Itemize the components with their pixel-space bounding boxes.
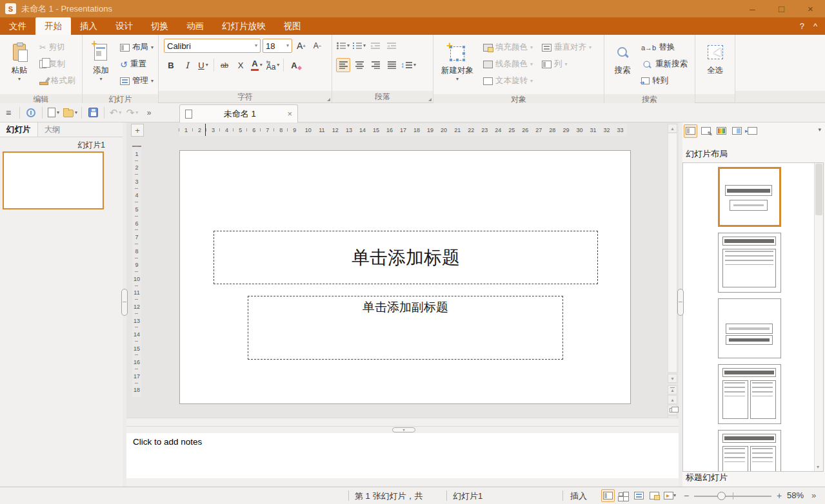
dialog-launcher-icon[interactable] bbox=[327, 98, 330, 101]
panel-menu-icon[interactable]: ▾ bbox=[818, 126, 821, 133]
slide-sorter-button[interactable] bbox=[617, 489, 630, 502]
columns-button[interactable]: 列▾ bbox=[540, 57, 593, 72]
slide-overview-button[interactable] bbox=[668, 405, 677, 415]
transition-tab[interactable] bbox=[746, 124, 759, 138]
add-slide-button[interactable]: 添加 ▾ bbox=[85, 39, 117, 93]
effects-tab[interactable] bbox=[777, 124, 790, 138]
copy-button[interactable]: 复制 bbox=[37, 57, 77, 72]
increase-font-button[interactable]: A+ bbox=[294, 39, 308, 53]
slide-design-tab[interactable] bbox=[699, 124, 713, 138]
cut-button[interactable]: ✂ 剪切 bbox=[37, 40, 77, 55]
layout-button[interactable]: 布局▾ bbox=[118, 40, 155, 55]
undo-button[interactable]: ↶▾ bbox=[108, 105, 123, 121]
notes-view-button[interactable] bbox=[632, 489, 646, 502]
justify-button[interactable] bbox=[384, 58, 399, 72]
align-right-button[interactable] bbox=[368, 58, 383, 72]
menu-tab[interactable]: 动画 bbox=[177, 17, 213, 35]
collapse-ribbon-icon[interactable]: ^ bbox=[813, 21, 817, 31]
save-button[interactable] bbox=[85, 105, 101, 121]
first-slide-button[interactable]: ▴ bbox=[668, 385, 677, 394]
scrollbar-thumb[interactable] bbox=[815, 164, 822, 215]
layout-thumbnail[interactable] bbox=[718, 298, 781, 358]
slide-position-status[interactable]: 第 1 张幻灯片，共 bbox=[355, 490, 422, 502]
strikethrough-button[interactable]: ab bbox=[217, 58, 232, 72]
notes-placeholder[interactable]: Click to add notes bbox=[133, 437, 202, 447]
menu-tab[interactable]: 视图 bbox=[275, 17, 310, 35]
layout-thumbnail[interactable] bbox=[718, 167, 781, 227]
subtitle-placeholder[interactable]: 单击添加副标题 bbox=[248, 296, 563, 360]
bullets-button[interactable]: ▾ bbox=[336, 39, 350, 53]
close-tab-icon[interactable]: × bbox=[287, 109, 292, 119]
line-spacing-button[interactable]: ↕ ▾ bbox=[401, 58, 416, 72]
paste-button[interactable]: 粘贴 ▾ bbox=[3, 39, 36, 93]
reset-button[interactable]: ↺ 重置 bbox=[118, 57, 155, 72]
horizontal-scrollbar[interactable] bbox=[126, 418, 679, 427]
align-left-button[interactable] bbox=[336, 58, 350, 72]
zoom-slider-thumb[interactable] bbox=[717, 492, 726, 500]
document-tab[interactable]: 未命名 1 × bbox=[179, 104, 298, 122]
maximize-button[interactable]: □ bbox=[767, 0, 796, 17]
ruler-origin-button[interactable]: + bbox=[131, 124, 144, 137]
panel-tab[interactable]: 幻灯片 bbox=[0, 122, 38, 137]
menu-tab[interactable]: 文件 bbox=[0, 17, 35, 35]
animation-tab[interactable] bbox=[761, 124, 775, 138]
normal-view-button[interactable] bbox=[601, 489, 615, 502]
title-placeholder[interactable]: 单击添加标题 bbox=[214, 231, 598, 284]
minimize-button[interactable]: – bbox=[738, 0, 767, 17]
scroll-down-icon[interactable]: ▾ bbox=[668, 374, 677, 383]
scroll-up-icon[interactable]: ▴ bbox=[668, 124, 677, 133]
slide-thumbnail[interactable] bbox=[3, 151, 104, 209]
zoom-in-button[interactable]: + bbox=[777, 490, 782, 501]
replace-button[interactable]: a→b 替换 bbox=[639, 40, 690, 55]
slideshow-button[interactable]: ▾ bbox=[663, 489, 677, 502]
layout-thumbnail[interactable] bbox=[718, 233, 781, 293]
vertical-scrollbar[interactable]: ▴ ▾ ▴ ▴ ▾ ▾ bbox=[668, 122, 677, 425]
line-color-button[interactable]: 线条颜色▾ bbox=[481, 57, 535, 72]
notes-area[interactable]: Click to add notes bbox=[126, 433, 679, 478]
toolbar-overflow-button[interactable]: » bbox=[141, 105, 157, 121]
notes-splitter-handle[interactable]: ▾ bbox=[392, 427, 415, 432]
zoom-out-button[interactable]: − bbox=[684, 490, 689, 501]
font-name-select[interactable]: Calibri▾ bbox=[164, 39, 261, 53]
text-rotation-button[interactable]: 文本旋转▾ bbox=[481, 73, 535, 88]
scroll-down-icon[interactable]: ▾ bbox=[817, 464, 819, 470]
font-size-select[interactable]: 18▾ bbox=[263, 39, 292, 53]
handout-view-button[interactable] bbox=[648, 489, 661, 502]
menu-tab[interactable]: 幻灯片放映 bbox=[213, 17, 275, 35]
zoom-level[interactable]: 58% bbox=[787, 490, 804, 500]
italic-button[interactable]: I bbox=[180, 58, 194, 72]
left-splitter-handle[interactable] bbox=[121, 289, 128, 316]
select-all-button[interactable]: 全选 bbox=[699, 39, 732, 93]
layout-thumbnail[interactable] bbox=[718, 430, 781, 472]
slide-canvas[interactable]: 单击添加标题 单击添加副标题 bbox=[179, 150, 631, 404]
slide-master-tab[interactable] bbox=[730, 124, 744, 138]
vertical-align-button[interactable]: 垂直对齐▾ bbox=[540, 40, 593, 55]
help-icon[interactable]: ? bbox=[800, 21, 804, 31]
notes-splitter[interactable]: ▾ bbox=[126, 427, 679, 433]
goto-button[interactable]: 转到 bbox=[639, 73, 690, 88]
panel-tab[interactable]: 大纲 bbox=[38, 122, 67, 137]
character-style-button[interactable]: A bbox=[287, 58, 301, 72]
numbering-button[interactable]: ▾ bbox=[352, 39, 366, 53]
previous-slide-button[interactable]: ▴ bbox=[668, 395, 677, 404]
subscript-button[interactable]: X bbox=[234, 58, 248, 72]
menu-tab[interactable]: 切换 bbox=[142, 17, 177, 35]
new-document-button[interactable]: ▾ bbox=[46, 105, 61, 121]
font-color-button[interactable]: A▾ bbox=[250, 58, 264, 72]
bold-button[interactable]: B bbox=[164, 58, 178, 72]
horizontal-ruler[interactable]: 1234567891011121314151617181920212223242… bbox=[179, 124, 627, 136]
sidebar-toggle-button[interactable]: ≡ bbox=[1, 105, 16, 121]
slide-name-status[interactable]: 幻灯片1 bbox=[453, 490, 482, 502]
underline-button[interactable]: U▾ bbox=[196, 58, 210, 72]
insert-mode-status[interactable]: 插入 bbox=[570, 490, 587, 502]
align-center-button[interactable] bbox=[352, 58, 366, 72]
menu-tab[interactable]: 插入 bbox=[71, 17, 106, 35]
menu-tab[interactable]: 开始 bbox=[35, 17, 71, 35]
open-document-button[interactable]: ▾ bbox=[63, 105, 78, 121]
slide-layout-tab[interactable] bbox=[684, 124, 697, 138]
color-scheme-tab[interactable] bbox=[715, 124, 728, 138]
decrease-font-button[interactable]: A− bbox=[310, 39, 324, 53]
close-button[interactable]: × bbox=[796, 0, 825, 17]
right-splitter-handle[interactable] bbox=[677, 289, 684, 316]
fill-color-button[interactable]: 填充颜色▾ bbox=[481, 40, 535, 55]
